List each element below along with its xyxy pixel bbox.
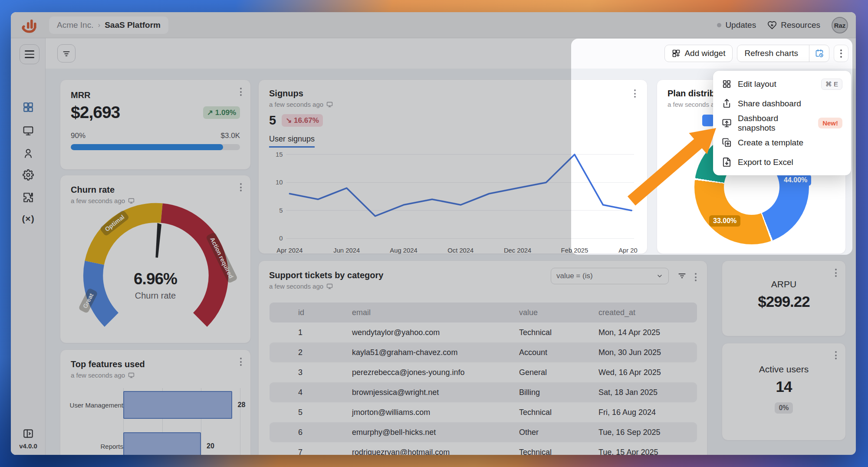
dashboard-filter-button[interactable] [57,44,76,62]
svg-text:Oct 2024: Oct 2024 [447,247,473,254]
resources-link[interactable]: Resources [767,20,820,30]
table-row: 1wendytaylor@yahoo.comTechnicalMon, 14 A… [270,322,697,342]
updates-dot-icon [717,23,721,27]
support-tickets-card: Support tickets by category a few second… [258,260,707,455]
refresh-charts-label[interactable]: Refresh charts [737,49,805,58]
table-column-header: id [270,303,348,322]
dashboard-dropdown-menu: Edit layout ⌘ E Share dashboard Dashboar… [713,71,851,175]
user-icon [23,148,34,159]
sidebar-item-dashboards[interactable] [11,102,46,113]
active-users-title: Active users [722,364,845,375]
gear-icon [23,169,34,181]
churn-value: 6.96% [60,270,250,288]
value-filter-text: value = (is) [556,272,593,280]
table-row: 4brownjessica@wright.netBillingSat, 18 J… [270,382,697,402]
sidebar-item-users[interactable] [11,148,46,159]
mrr-card-menu-button[interactable] [237,85,244,99]
table-cell: 1 [270,322,348,342]
top-features-card: Top features used a few seconds ago User… [60,349,251,455]
hamburger-menu-button[interactable] [20,44,39,64]
table-cell: Tue, 16 Sep 2025 [594,422,697,442]
features-card-menu-button[interactable] [237,355,244,368]
layout-grid-icon [722,79,732,89]
svg-text:Feb 2025: Feb 2025 [561,247,589,254]
arpu-title: ARPU [722,279,845,289]
updates-link[interactable]: Updates [717,20,756,30]
sidebar: (×) v4.0.0 [11,38,46,455]
mrr-card: MRR $2,693 ↗ 1.09% 90% $3.0K [60,79,251,170]
mrr-progress-bar [71,144,240,150]
table-cell: Wed, 16 Apr 2025 [594,362,697,382]
refresh-charts-button[interactable]: Refresh charts [737,45,829,62]
menu-item-create-template[interactable]: Create a template [717,133,848,152]
keyboard-shortcut-badge: ⌘ E [821,79,842,90]
support-tickets-table: idemailvaluecreated_at 1wendytaylor@yaho… [270,303,697,455]
table-row: 2kayla51@graham-chavez.comAccountMon, 30… [270,342,697,362]
churn-card-menu-button[interactable] [237,181,244,194]
variables-icon: (×) [22,214,34,224]
features-title: Top features used [71,359,240,369]
signups-card: Signups a few seconds ago 5 ↘ 16.67% Use… [258,79,648,254]
schedule-refresh-button[interactable] [809,45,829,62]
menu-item-edit-layout[interactable]: Edit layout ⌘ E [717,74,848,94]
mrr-title: MRR [71,90,240,100]
sidebar-item-settings[interactable] [11,169,46,181]
grid-plus-icon [672,49,681,58]
sidebar-item-displays[interactable] [11,125,46,136]
menu-item-dashboard-snapshots[interactable]: Dashboard snapshots New! [717,113,848,133]
mrr-value: $2,693 [71,103,120,122]
sidebar-collapse-button[interactable] [11,428,46,439]
monitor-icon [326,101,333,108]
puzzle-icon [23,192,34,203]
annotation-arrow [623,118,727,212]
avatar[interactable]: Raz [832,17,848,33]
panel-right-icon [23,428,34,439]
table-cell: 3 [270,362,348,382]
app-version: v4.0.0 [11,442,46,450]
arpu-value: $299.22 [722,293,845,310]
svg-text:Apr 2024: Apr 2024 [276,247,302,254]
svg-text:Jun 2024: Jun 2024 [333,247,360,254]
breadcrumb-org[interactable]: Acme Inc. [57,20,93,30]
bar-value: 28 [238,401,246,409]
table-cell: Account [515,342,594,362]
monitor-icon [128,372,135,378]
signups-timestamp: a few seconds ago [269,101,637,108]
arpu-card-menu-button[interactable] [832,266,839,280]
add-widget-button[interactable]: Add widget [664,45,733,62]
signups-line-chart: 151050Apr 2024Jun 2024Aug 2024Oct 2024De… [269,149,638,257]
table-cell: kayla51@graham-chavez.com [348,342,515,362]
menu-item-export-excel[interactable]: Export to Excel [717,152,848,172]
mrr-progress-pct: 90% [71,132,85,140]
signups-card-menu-button[interactable] [631,87,638,100]
menu-item-label: Dashboard snapshots [738,114,812,133]
table-cell: Technical [515,442,594,455]
menu-item-share-dashboard[interactable]: Share dashboard [717,94,848,113]
share-icon [722,99,732,109]
user-signups-tab[interactable]: User signups [269,135,315,148]
menu-item-label: Share dashboard [738,99,842,109]
value-filter-select[interactable]: value = (is) [551,268,669,284]
table-filter-button[interactable] [677,271,687,282]
app-logo-icon [21,16,38,34]
arpu-card: ARPU $299.22 [722,260,846,336]
table-header-row: idemailvaluecreated_at [270,303,697,322]
menu-item-label: Export to Excel [738,158,842,167]
sidebar-item-integrations[interactable] [11,192,46,203]
table-cell: 6 [270,422,348,442]
table-cell: Billing [515,382,594,402]
table-cell: wendytaylor@yahoo.com [348,322,515,342]
table-column-header: created_at [594,303,697,322]
breadcrumb-page[interactable]: SaaS Platform [105,20,161,30]
active-users-delta-badge: 0% [775,402,792,414]
sidebar-item-variables[interactable]: (×) [11,214,46,224]
signups-delta-badge: ↘ 16.67% [282,114,323,127]
table-cell: brownjessica@wright.net [348,382,515,402]
dashboard-menu-button[interactable] [834,45,848,62]
table-row: 7rodriguezryan@hotmail.comTechnicalTue, … [270,442,697,455]
churn-title: Churn rate [71,185,240,195]
calendar-clock-icon [815,49,824,58]
support-card-menu-button[interactable] [692,270,699,284]
updates-label: Updates [725,20,756,30]
active-users-menu-button[interactable] [832,349,839,362]
